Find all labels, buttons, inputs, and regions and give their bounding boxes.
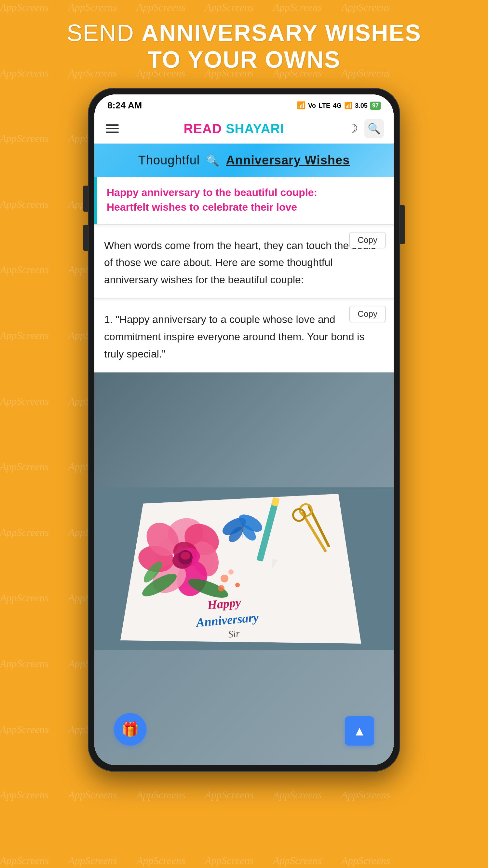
watermark-text: AppScreens — [341, 789, 390, 801]
watermark-text: AppScreens — [68, 1, 117, 13]
watermark-text: AppScreens — [0, 789, 49, 801]
signal-bars: 📶 — [344, 101, 352, 110]
description-title-line2: Heartfelt wishes to celebrate their love — [107, 201, 297, 213]
watermark-text: AppScreens — [68, 789, 117, 801]
hamburger-line — [106, 128, 119, 129]
watermark-text: AppScreens — [341, 1, 390, 13]
watermark-text: AppScreens — [205, 789, 254, 801]
watermark-text: AppScreens — [137, 1, 186, 13]
watermark-text: AppScreens — [0, 395, 49, 407]
signal-icon: 📶 — [297, 101, 305, 110]
network-text: Vo — [308, 102, 316, 110]
lte-icon: LTE — [319, 102, 330, 110]
watermark-text: AppScreens — [0, 723, 49, 736]
watermark-text: AppScreens — [0, 592, 49, 604]
header-line1: SEND ANNIVERSARY WISHES — [0, 20, 488, 46]
hamburger-line — [106, 124, 119, 126]
watermark-text: AppScreens — [0, 461, 49, 473]
4g-icon: 4G — [333, 102, 341, 110]
copy-button-1[interactable]: Copy — [349, 232, 386, 248]
status-bar: 8:24 AM 📶 Vo LTE 4G 📶 3.05 97 — [94, 94, 394, 114]
watermark-text: AppScreens — [0, 198, 49, 210]
anniversary-image-card: Happy Anniversary Sir 🎁 ▲ — [94, 372, 394, 765]
search-button[interactable]: 🔍 — [364, 119, 384, 138]
phone-wrapper: 8:24 AM 📶 Vo LTE 4G 📶 3.05 97 — [88, 88, 400, 772]
page-banner: Thoughtful 🔍 Anniversary Wishes — [94, 144, 394, 177]
dark-mode-icon[interactable]: ☽ — [348, 122, 358, 135]
watermark-text: AppScreens — [0, 132, 49, 145]
scroll-to-top-button[interactable]: ▲ — [345, 716, 374, 746]
watermark-text: AppScreens — [0, 855, 49, 867]
watermark-text: AppScreens — [137, 789, 186, 801]
description-title-line1: Happy anniversary to the beautiful coupl… — [107, 187, 317, 198]
watermark-text: AppScreens — [273, 789, 322, 801]
volume-down-button — [83, 225, 88, 251]
watermark-text: AppScreens — [205, 855, 254, 867]
watermark-text: AppScreens — [0, 526, 49, 538]
svg-point-15 — [181, 552, 190, 560]
watermark-text: AppScreens — [205, 1, 254, 13]
search-icon: 🔍 — [368, 122, 381, 135]
status-time: 8:24 AM — [107, 100, 142, 111]
watermark-text: AppScreens — [137, 855, 186, 867]
app-header: READ SHAYARI ☽ 🔍 — [94, 114, 394, 144]
watermark-text: AppScreens — [0, 658, 49, 670]
power-button — [400, 205, 405, 244]
watermark-text: AppScreens — [68, 855, 117, 867]
quote-text-1: 1. "Happy anniversary to a couple whose … — [104, 308, 384, 362]
app-logo: READ SHAYARI — [184, 121, 284, 136]
banner-text: Thoughtful 🔍 Anniversary Wishes — [138, 153, 350, 167]
header-icons: ☽ 🔍 — [348, 119, 384, 138]
header-line2: TO YOUR OWNS — [0, 46, 488, 73]
gift-fab-button[interactable]: 🎁 — [114, 713, 147, 746]
watermark-text: AppScreens — [273, 855, 322, 867]
phone-frame: 8:24 AM 📶 Vo LTE 4G 📶 3.05 97 — [88, 88, 400, 772]
copy-button-2[interactable]: Copy — [349, 306, 386, 322]
chevron-up-icon: ▲ — [353, 724, 366, 738]
svg-point-26 — [218, 585, 225, 592]
copy-text-1: When words come from the heart, they can… — [104, 234, 384, 288]
data-speed: 3.05 — [355, 102, 368, 110]
header-bold: ANNIVERSARY WISHES — [141, 20, 421, 46]
svg-text:Sir: Sir — [228, 628, 240, 640]
banner-search-icon: 🔍 — [206, 155, 220, 167]
description-title: Happy anniversary to the beautiful coupl… — [107, 185, 384, 215]
svg-point-24 — [221, 575, 228, 583]
volume-up-button — [83, 186, 88, 212]
svg-point-27 — [235, 583, 240, 587]
content-area: Happy anniversary to the beautiful coupl… — [94, 177, 394, 765]
watermark-text: AppScreens — [273, 1, 322, 13]
phone-screen: 8:24 AM 📶 Vo LTE 4G 📶 3.05 97 — [94, 94, 394, 765]
description-content: Happy anniversary to the beautiful coupl… — [97, 177, 394, 224]
left-accent-bar — [94, 177, 97, 224]
anniversary-image: Happy Anniversary Sir 🎁 ▲ — [94, 372, 394, 765]
watermark-text: AppScreens — [0, 264, 49, 276]
svg-point-25 — [228, 569, 234, 575]
header-prefix: SEND — [67, 20, 141, 46]
watermark-text: AppScreens — [341, 855, 390, 867]
anniversary-image-svg: Happy Anniversary Sir — [94, 372, 394, 765]
banner-underlined-text: Anniversary Wishes — [226, 153, 350, 167]
logo-read: READ — [184, 121, 222, 136]
page-header: SEND ANNIVERSARY WISHES TO YOUR OWNS — [0, 20, 488, 73]
watermark-text: AppScreens — [0, 1, 49, 13]
copy-section-1: Copy When words come from the heart, the… — [94, 227, 394, 299]
description-card: Happy anniversary to the beautiful coupl… — [94, 177, 394, 225]
status-icons: 📶 Vo LTE 4G 📶 3.05 97 — [297, 101, 381, 110]
quote-section-1: Copy 1. "Happy anniversary to a couple w… — [94, 301, 394, 372]
hamburger-menu-button[interactable] — [104, 123, 120, 134]
gift-icon: 🎁 — [121, 721, 139, 738]
banner-text-before: Thoughtful — [138, 153, 200, 167]
battery-indicator: 97 — [370, 101, 381, 110]
hamburger-line — [106, 131, 119, 133]
logo-shayari: SHAYARI — [222, 121, 284, 136]
watermark-text: AppScreens — [0, 330, 49, 342]
